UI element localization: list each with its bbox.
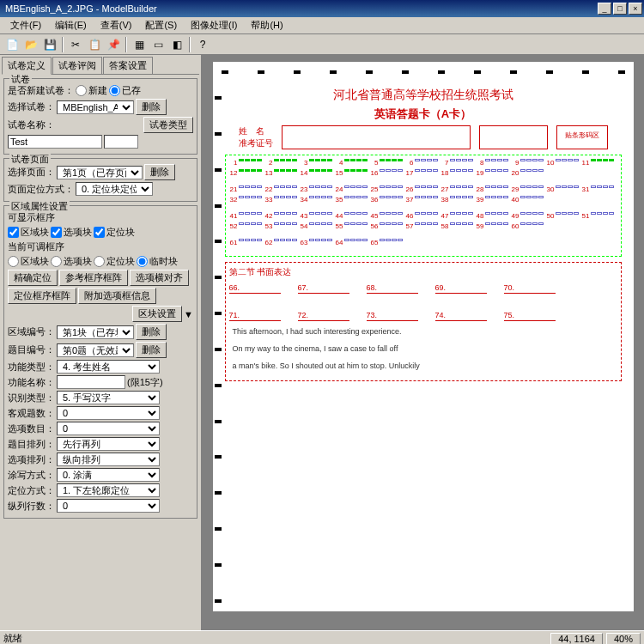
locate-frame-button[interactable]: 定位框序框阵 (8, 288, 76, 304)
save-icon[interactable]: 💾 (41, 36, 58, 53)
question-24: 24 (335, 185, 368, 193)
locate-label: 页面定位方式： (8, 183, 74, 196)
tool-icon[interactable]: ▦ (131, 36, 148, 53)
question-17: 17 (405, 169, 438, 177)
menu-image[interactable]: 图像处理(I) (184, 17, 244, 33)
blank-73.: 73. (367, 311, 418, 321)
adjust-frame-label: 当前可调框序 (8, 240, 64, 253)
cb-region[interactable] (8, 227, 19, 238)
blank-74.: 74. (435, 311, 487, 321)
question-32: 32 (229, 196, 262, 204)
separator (189, 37, 191, 52)
region-no-select[interactable]: 第1块（已存块） (57, 325, 134, 339)
question-63: 63 (300, 239, 332, 246)
radio-new[interactable] (76, 85, 87, 96)
minimize-button[interactable]: _ (598, 3, 611, 15)
separator (125, 37, 127, 52)
preview-panel[interactable]: 河北省普通高等学校招生统照考试 英语答题卡（A卡） 姓 名 准考证号 贴条形码区… (202, 55, 644, 630)
exam-aux-input[interactable] (104, 135, 138, 149)
toolbar: 📄 📂 💾 ✂ 📋 📌 ▦ ▭ ◧ ? (0, 34, 644, 55)
loc-select[interactable]: 1. 下左轮廓定位 (57, 483, 160, 497)
cb-option[interactable] (51, 227, 62, 238)
essay-title: 第二节 书面表达 (229, 266, 617, 278)
align-button[interactable]: 选项横对齐 (130, 270, 189, 286)
r-locate[interactable] (94, 256, 105, 267)
new-icon[interactable]: 📄 (3, 36, 21, 53)
blank-75.: 75. (504, 311, 556, 321)
tab-review[interactable]: 试卷评阅 (52, 57, 102, 74)
close-button[interactable]: × (629, 3, 642, 15)
obj-count-select[interactable]: 0 (57, 406, 160, 420)
question-4: 4 (335, 159, 368, 167)
blank-68.: 68. (367, 283, 418, 294)
question-31: 31 (581, 185, 614, 193)
question-22: 22 (264, 185, 297, 193)
func-name-input[interactable] (57, 375, 125, 389)
smear-select[interactable]: 0. 涂满 (57, 468, 160, 482)
question-11: 11 (581, 159, 614, 167)
radio-exist[interactable] (109, 85, 120, 96)
sheet-subtitle: 英语答题卡（A卡） (222, 106, 625, 122)
tab-answer[interactable]: 答案设置 (103, 57, 153, 74)
menu-view[interactable]: 查看(V) (94, 17, 139, 33)
tool-icon[interactable]: ◧ (168, 36, 185, 53)
r-option[interactable] (51, 256, 62, 267)
question-3: 3 (300, 159, 332, 167)
help-icon[interactable]: ? (194, 36, 211, 53)
menu-help[interactable]: 帮助(H) (244, 17, 289, 33)
page-select[interactable]: 第1页（已存页面） (57, 166, 143, 179)
tool-icon[interactable]: ▭ (149, 36, 167, 53)
ref-frame-button[interactable]: 参考框序框阵 (59, 270, 128, 286)
extra-opt-button[interactable]: 附加选项框信息 (78, 288, 156, 304)
exam-type-button[interactable]: 试卷类型 (143, 117, 193, 133)
rowcol-select[interactable]: 0 (57, 499, 160, 513)
group-exam: 试卷 是否新建试卷： 新建 已存 选择试卷： MBEnglish_A 删除 试卷… (3, 78, 197, 155)
info-box-1 (282, 125, 471, 149)
rec-type-select[interactable]: 5. 手写汉字 (57, 391, 160, 404)
locate-select[interactable]: 0. 定位块定位 (76, 182, 153, 196)
menu-config[interactable]: 配置(S) (138, 17, 184, 33)
menu-file[interactable]: 文件(F) (3, 17, 48, 33)
question-20: 20 (511, 169, 544, 177)
question-65: 65 (370, 239, 403, 246)
delete-exam-button[interactable]: 删除 (136, 99, 167, 115)
question-10: 10 (546, 159, 579, 167)
exam-select[interactable]: MBEnglish_A (57, 100, 134, 114)
question-41: 41 (229, 212, 262, 220)
question-51: 51 (581, 212, 614, 220)
cb-locate[interactable] (94, 227, 105, 238)
question-29: 29 (511, 185, 544, 193)
status-coords: 44, 1164 (550, 633, 603, 645)
page-select-label: 选择页面： (8, 166, 55, 179)
precise-button[interactable]: 精确定位 (8, 270, 58, 286)
opt-count-select[interactable]: 0 (57, 422, 160, 435)
copy-icon[interactable]: 📋 (86, 36, 103, 53)
paste-icon[interactable]: 📌 (105, 36, 122, 53)
question-26: 26 (405, 185, 438, 193)
status-zoom: 40% (606, 633, 641, 645)
question-44: 44 (335, 212, 368, 220)
question-40: 40 (511, 196, 544, 204)
question-14: 14 (300, 169, 332, 177)
opt-arr-select[interactable]: 纵向排列 (57, 453, 160, 466)
cut-icon[interactable]: ✂ (67, 36, 84, 53)
r-region[interactable] (8, 256, 19, 267)
func-type-select[interactable]: 4. 考生姓名 (57, 360, 160, 374)
maximize-button[interactable]: □ (613, 3, 627, 15)
topic-arr-select[interactable]: 先行再列 (57, 437, 160, 451)
open-icon[interactable]: 📂 (22, 36, 39, 53)
exam-name-input[interactable] (8, 135, 102, 149)
delete-page-button[interactable]: 删除 (144, 164, 175, 180)
blank-66.: 66. (229, 283, 281, 294)
block-settings-button[interactable]: 区块设置 (132, 306, 182, 322)
topic-no-select[interactable]: 第0题（无效题） (57, 343, 134, 357)
menu-edit[interactable]: 编辑(E) (48, 17, 94, 33)
essay-line-2: On my way to the cinema, I saw a case to… (233, 342, 614, 355)
del-region-button[interactable]: 删除 (136, 324, 167, 340)
del-topic-button[interactable]: 删除 (136, 342, 167, 358)
r-temp[interactable] (137, 256, 148, 267)
tab-define[interactable]: 试卷定义 (2, 57, 52, 75)
status-ready: 就绪 (3, 632, 22, 644)
blank-67.: 67. (298, 283, 349, 294)
question-46: 46 (405, 212, 438, 220)
